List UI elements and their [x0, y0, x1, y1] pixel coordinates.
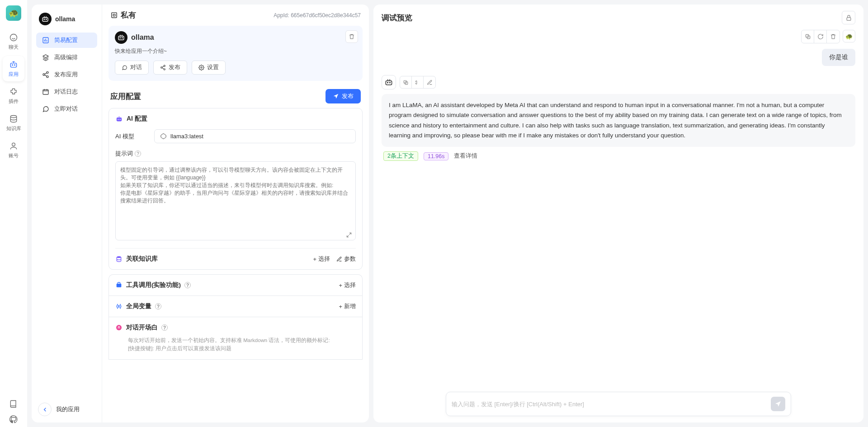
delete-button[interactable]: [345, 30, 358, 43]
vars-add-button[interactable]: + 新增: [339, 302, 356, 310]
calendar-icon: [42, 88, 50, 96]
svg-point-20: [164, 69, 165, 70]
left-rail: 🐢 聊天 应用 插件 知识库 账号: [0, 0, 27, 427]
book-icon: [9, 399, 19, 409]
send-button[interactable]: [771, 397, 785, 411]
config-section-title: 应用配置: [110, 91, 141, 102]
publish-button[interactable]: 发布: [326, 89, 361, 103]
svg-point-10: [47, 71, 48, 73]
app-logo: 🐢: [6, 5, 21, 21]
back-label: 我的应用: [56, 405, 80, 413]
tool-select-button[interactable]: + 选择: [339, 281, 356, 289]
prompt-label: 提示词: [115, 150, 133, 158]
svg-rect-26: [117, 284, 122, 287]
svg-rect-1: [10, 63, 16, 67]
rail-item-plugin[interactable]: 插件: [3, 83, 24, 108]
bot-audio-icon[interactable]: [412, 76, 424, 88]
opening-icon: [115, 324, 123, 331]
svg-rect-31: [386, 81, 392, 85]
svg-rect-28: [847, 17, 851, 20]
help-icon[interactable]: ?: [184, 282, 191, 288]
help-icon[interactable]: ?: [135, 150, 141, 157]
intro-subtitle: 快来给应用一个介绍~: [115, 47, 356, 55]
user-avatar: 🐢: [843, 30, 855, 42]
nav-chat-now[interactable]: 立即对话: [36, 101, 97, 117]
vars-title: 全局变量: [126, 302, 151, 310]
help-icon[interactable]: ?: [155, 303, 161, 310]
rail-item-kb[interactable]: 知识库: [3, 110, 24, 136]
scope-label: 私有: [121, 10, 136, 20]
intro-publish-button[interactable]: 发布: [153, 61, 187, 75]
svg-point-4: [10, 116, 16, 118]
rail-item-chat[interactable]: 聊天: [3, 29, 24, 54]
context-tag: 2条上下文: [383, 151, 418, 161]
kb-params-button[interactable]: 参数: [336, 255, 356, 263]
vars-icon: [115, 303, 123, 310]
chart-icon: [42, 36, 50, 44]
bot-message: I am LLaMA, an AI assistant developed by…: [382, 94, 855, 147]
rail-item-app[interactable]: 应用: [3, 56, 24, 81]
tool-title: 工具调用(实验功能): [126, 281, 181, 289]
svg-point-21: [201, 67, 202, 68]
chat-toolbar: [801, 30, 840, 43]
refresh-icon[interactable]: [814, 30, 827, 43]
help-icon[interactable]: ?: [161, 324, 168, 331]
rail-item-docs[interactable]: [3, 396, 24, 412]
svg-rect-14: [112, 13, 117, 18]
nav-advanced[interactable]: 高级编排: [36, 50, 97, 65]
share-icon: [42, 70, 50, 79]
intro-title: ollama: [131, 33, 154, 42]
bot-copy-icon[interactable]: [400, 76, 412, 88]
view-detail-link[interactable]: 查看详情: [454, 152, 477, 160]
svg-point-25: [117, 256, 121, 258]
trash-icon[interactable]: [827, 30, 840, 43]
rail-label: 插件: [9, 98, 19, 105]
back-button[interactable]: [38, 403, 52, 416]
user-icon: [9, 141, 19, 151]
app-name: ollama: [55, 15, 75, 23]
svg-point-17: [122, 38, 123, 38]
svg-point-24: [120, 119, 121, 120]
ai-icon: [115, 115, 123, 123]
chat-input-bar: [446, 392, 791, 416]
rail-label: 账号: [9, 152, 19, 159]
scope-icon: [110, 11, 118, 19]
nav-simple-config[interactable]: 简易配置: [36, 33, 97, 48]
svg-point-12: [47, 76, 48, 78]
intro-chat-button[interactable]: 对话: [115, 61, 149, 75]
svg-point-16: [120, 38, 121, 38]
rail-label: 聊天: [9, 44, 19, 51]
bot-edit-icon[interactable]: [424, 76, 435, 88]
puzzle-icon: [9, 87, 19, 97]
appid-label: AppId: 665e67d6cf50ec2d8e344c57: [274, 12, 361, 19]
copy-icon[interactable]: [802, 30, 814, 43]
kb-select-button[interactable]: + 选择: [313, 255, 330, 263]
intro-settings-button[interactable]: 设置: [192, 61, 226, 75]
svg-rect-15: [118, 36, 124, 40]
rail-item-github[interactable]: [3, 412, 24, 427]
rail-item-account[interactable]: 账号: [3, 137, 24, 163]
nav-logs[interactable]: 对话日志: [36, 84, 97, 99]
prompt-textarea[interactable]: [115, 161, 356, 240]
database-icon: [9, 114, 19, 124]
svg-rect-6: [42, 18, 48, 21]
svg-point-32: [387, 82, 388, 83]
user-message: 你是谁: [822, 49, 855, 66]
svg-point-11: [43, 74, 45, 75]
expand-icon[interactable]: [346, 232, 352, 238]
svg-point-3: [14, 65, 15, 66]
svg-rect-13: [43, 89, 48, 94]
layers-icon: [42, 53, 50, 61]
model-selector[interactable]: llama3:latest: [154, 129, 356, 143]
chat-input[interactable]: [452, 401, 771, 408]
openai-icon: [160, 133, 167, 140]
svg-point-18: [164, 65, 165, 66]
intro-card: ollama 快来给应用一个介绍~ 对话 发布 设置: [108, 26, 363, 81]
opening-desc: 每次对话开始前，发送一个初始内容。支持标准 Markdown 语法，可使用的额外…: [115, 332, 356, 353]
robot-icon: [9, 60, 19, 70]
preview-title: 调试预览: [382, 13, 412, 23]
svg-point-7: [44, 19, 45, 20]
nav-publish[interactable]: 发布应用: [36, 67, 97, 82]
lock-button[interactable]: [842, 11, 855, 24]
svg-point-23: [118, 119, 118, 120]
